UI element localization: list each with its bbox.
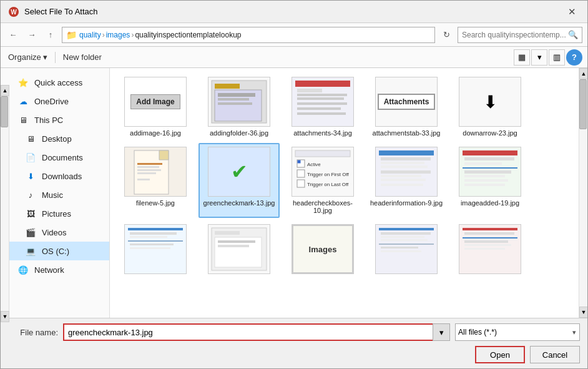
file-item-imageadded[interactable]: imageadded-19.jpg — [449, 143, 531, 218]
svg-rect-47 — [463, 167, 517, 169]
addimage-label: addimage-16.jpg — [130, 129, 181, 137]
sidebar-scrollbar[interactable]: ▲ ▼ — [1, 85, 9, 318]
scroll-up-arrow[interactable]: ▲ — [1, 85, 9, 96]
address-path[interactable]: 📁 quality › images › qualityinspectionte… — [62, 27, 435, 43]
osc-icon: 💻 — [24, 245, 37, 257]
app-icon: W — [8, 6, 19, 17]
svg-rect-64 — [218, 245, 249, 247]
greencheckmark-label: greencheckmark-13.jpg — [203, 199, 275, 207]
quick-access-label: Quick access — [34, 78, 82, 87]
file-item-headercheckboxes[interactable]: Active Trigger on First Off Trigger on L… — [282, 143, 363, 218]
attachments34-thumb — [292, 77, 354, 127]
file-item-filenew[interactable]: filenew-5.jpg — [115, 143, 196, 218]
file-item-row2col1[interactable] — [115, 220, 196, 280]
svg-rect-42 — [381, 184, 423, 186]
file-item-attachments34[interactable]: attachments-34.jpg — [282, 73, 363, 140]
title-bar: W Select File To Attach ✕ — [1, 1, 587, 23]
file-item-addingfolder[interactable]: addingfolder-36.jpg — [198, 73, 280, 140]
file-item-row2col4[interactable] — [449, 220, 531, 280]
svg-text:Trigger on Last Off: Trigger on Last Off — [307, 182, 349, 187]
file-item-row2col3[interactable] — [366, 220, 447, 280]
svg-rect-23 — [137, 172, 156, 174]
view-toggle-button[interactable]: ▦ — [514, 49, 530, 66]
svg-rect-46 — [464, 162, 502, 165]
file-item-addimage[interactable]: Add Image addimage-16.jpg — [115, 73, 196, 140]
svg-text:Active: Active — [307, 162, 321, 167]
svg-rect-21 — [137, 166, 159, 168]
filename-row: File name: ▾ All files (*.*) JPEG Files … — [8, 323, 580, 341]
main-scrollbar[interactable]: ▲ ▼ — [579, 68, 587, 318]
file-item-images-label[interactable]: Images — [282, 220, 363, 280]
filename-label: File name: — [8, 328, 58, 337]
main-scroll-down[interactable]: ▼ — [579, 307, 587, 318]
svg-rect-74 — [463, 228, 517, 230]
sidebar-item-pictures[interactable]: 🖼 Pictures — [9, 204, 109, 223]
file-item-headerinformation[interactable]: headerinformation-9.jpg — [366, 143, 447, 218]
sidebar-item-thispc[interactable]: 🖥 This PC — [9, 111, 109, 129]
sidebar-item-onedrive[interactable]: ☁ OneDrive — [9, 92, 109, 111]
svg-text:W: W — [11, 9, 17, 16]
scroll-thumb[interactable] — [1, 96, 8, 127]
scroll-down-arrow[interactable]: ▼ — [1, 311, 9, 318]
search-input[interactable] — [462, 31, 568, 39]
title-bar-left: W Select File To Attach — [8, 6, 98, 17]
network-label: Network — [34, 265, 64, 275]
svg-rect-39 — [381, 170, 431, 174]
filetype-wrap: All files (*.*) JPEG Files (*.jpg) PNG F… — [455, 323, 580, 341]
filenew-label: filenew-5.jpg — [136, 199, 175, 207]
svg-rect-14 — [297, 102, 347, 105]
documents-label: Documents — [42, 153, 83, 162]
help-button[interactable]: ? — [566, 49, 582, 66]
quick-access-icon: ⭐ — [17, 76, 29, 89]
forward-button[interactable]: → — [24, 27, 39, 42]
search-box[interactable]: 🔍 — [458, 27, 582, 43]
svg-marker-19 — [159, 150, 169, 160]
pane-button[interactable]: ▥ — [549, 49, 565, 66]
new-folder-button[interactable]: New folder — [61, 51, 104, 63]
close-button[interactable]: ✕ — [564, 4, 580, 19]
content-area: ▲ ▼ ⭐ Quick access ☁ OneDrive 🖥 This PC — [1, 68, 587, 318]
svg-rect-10 — [295, 81, 350, 87]
sidebar-item-desktop[interactable]: 🖥 Desktop — [9, 129, 109, 148]
file-item-attachmentstab[interactable]: Attachments attachmentstab-33.jpg — [366, 73, 447, 140]
svg-rect-44 — [463, 150, 517, 155]
file-item-greencheckmark[interactable]: ✔ greencheckmark-13.jpg — [198, 143, 280, 218]
svg-rect-41 — [381, 179, 426, 181]
filenew-thumb — [124, 147, 187, 197]
filename-dropdown-button[interactable]: ▾ — [433, 323, 450, 341]
videos-icon: 🎬 — [24, 226, 37, 239]
sidebar-item-osc[interactable]: 💻 OS (C:) — [9, 242, 109, 260]
sidebar-item-downloads[interactable]: ⬇ Downloads — [9, 167, 109, 185]
sidebar-item-videos[interactable]: 🎬 Videos — [9, 223, 109, 242]
thispc-icon: 🖥 — [17, 114, 29, 126]
desktop-icon: 🖥 — [24, 132, 37, 145]
view-dropdown-button[interactable]: ▾ — [531, 49, 547, 66]
filename-input[interactable] — [63, 323, 450, 341]
svg-rect-20 — [137, 163, 162, 165]
file-item-row2col2[interactable] — [198, 220, 280, 280]
open-button[interactable]: Open — [475, 346, 525, 363]
imageadded-thumb — [459, 147, 521, 197]
cancel-button[interactable]: Cancel — [530, 346, 580, 363]
svg-rect-68 — [381, 236, 424, 238]
svg-rect-61 — [215, 231, 240, 235]
back-button[interactable]: ← — [6, 27, 21, 42]
main-scroll-thumb[interactable] — [579, 79, 587, 129]
attachments34-svg — [292, 77, 353, 126]
filetype-select[interactable]: All files (*.*) JPEG Files (*.jpg) PNG F… — [455, 323, 580, 341]
up-button[interactable]: ↑ — [43, 27, 58, 42]
file-item-downarrow[interactable]: ⬇ downarrow-23.jpg — [449, 73, 531, 140]
sidebar-item-music[interactable]: ♪ Music — [9, 185, 109, 204]
main-scroll-up[interactable]: ▲ — [579, 68, 587, 79]
row2col4-thumb — [459, 224, 521, 274]
action-row: Open Cancel — [8, 346, 580, 363]
pictures-icon: 🖼 — [24, 207, 37, 220]
organize-button[interactable]: Organize ▾ — [6, 51, 50, 63]
music-icon: ♪ — [24, 189, 37, 201]
svg-rect-71 — [381, 247, 418, 248]
sidebar-item-network[interactable]: 🌐 Network — [9, 260, 109, 279]
sidebar-item-documents[interactable]: 📄 Documents — [9, 148, 109, 167]
refresh-button[interactable]: ↻ — [439, 27, 454, 42]
toolbar: Organize ▾ New folder ▦ ▾ ▥ ? — [1, 47, 587, 68]
sidebar-item-quick-access[interactable]: ⭐ Quick access — [9, 73, 109, 92]
